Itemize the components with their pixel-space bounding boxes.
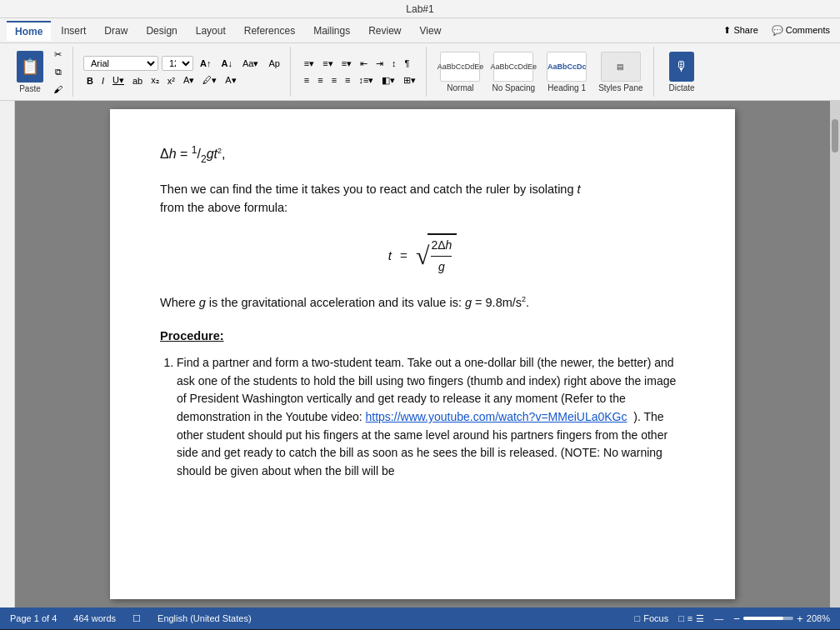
youtube-link[interactable]: https://www.youtube.com/watch?v=MMeiULa0… [366,410,628,423]
style-heading1[interactable]: AaBbCcDc Heading 1 [543,50,590,94]
share-icon: ⬆ [723,25,731,35]
view-controls: □ ≡ ☰ [678,613,704,624]
zoom-controls: − + 208% [733,612,830,625]
tab-draw[interactable]: Draw [96,22,136,40]
bold-button[interactable]: B [83,74,97,88]
font-controls: Arial 12 A↑ A↓ Aa▾ Ap B I U▾ ab x₂ x² [83,56,283,88]
increase-font-button[interactable]: A↑ [197,57,214,70]
comments-icon: 💬 [772,25,783,35]
font-name-select[interactable]: Arial [83,56,158,71]
view-icon-2[interactable]: ≡ [688,613,692,623]
formula-t: t = √ 2Δh g [160,233,685,278]
document-wrapper[interactable]: Δh = 1/2gt2, Then we can find the time i… [15,101,830,608]
separator: — [714,613,723,623]
radicand: 2Δh g [428,233,457,278]
paste-icon: 📋 [17,51,43,82]
style-normal-preview: AaBbCcDdEe [440,52,480,82]
font-size-select[interactable]: 12 [162,56,193,71]
zoom-out-button[interactable]: − [733,612,740,625]
decrease-font-button[interactable]: A↓ [218,57,235,70]
document-page[interactable]: Δh = 1/2gt2, Then we can find the time i… [110,109,735,599]
view-icon-3[interactable]: ☰ [696,613,704,624]
dictate-button[interactable]: 🎙 Dictate [664,50,700,94]
ribbon-content: 📋 Paste ✂ ⧉ 🖌 Arial 12 A↑ [0,43,840,100]
tab-insert[interactable]: Insert [52,22,94,40]
borders-button[interactable]: ⊞▾ [400,73,419,88]
underline-button[interactable]: U▾ [109,73,128,88]
increase-indent-button[interactable]: ⇥ [372,57,387,71]
procedure-item-1: Find a partner and form a two-student te… [177,354,685,481]
cut-button[interactable]: ✂ [51,48,65,62]
paragraph-group: ≡▾ ≡▾ ≡▾ ⇤ ⇥ ↕ ¶ ≡ ≡ ≡ ≡ ↕≡▾ ◧▾ ⊞▾ [294,47,428,97]
multilevel-button[interactable]: ≡▾ [338,57,355,71]
comments-button[interactable]: 💬 Comments [768,23,833,38]
zoom-in-button[interactable]: + [797,612,803,625]
tab-mailings[interactable]: Mailings [305,22,358,40]
tab-review[interactable]: Review [360,22,409,40]
numbering-button[interactable]: ≡▾ [319,57,336,71]
style-no-spacing-preview: AaBbCcDdEe [493,52,533,82]
zoom-slider[interactable] [743,617,793,620]
show-marks-button[interactable]: ¶ [402,57,413,71]
clear-format-button[interactable]: Ap [265,57,282,70]
scrollbar-right[interactable] [830,101,840,608]
focus-button[interactable]: □ Focus [635,613,669,623]
formula-t-equation: t = √ 2Δh g [388,233,458,278]
editor-area: Δh = 1/2gt2, Then we can find the time i… [0,101,840,608]
status-bar: Page 1 of 4 464 words ☐ English (United … [0,608,840,629]
procedure-list: Find a partner and form a two-student te… [160,354,685,481]
text-color-button[interactable]: A▾ [222,73,239,88]
subscript-button[interactable]: x₂ [148,73,162,88]
zoom-level: 208% [807,613,830,623]
paste-group: 📋 Paste ✂ ⧉ 🖌 [7,47,73,97]
language: English (United States) [158,613,252,623]
style-normal[interactable]: AaBbCcDdEe Normal [437,50,483,94]
justify-button[interactable]: ≡ [342,73,353,88]
shading-button[interactable]: ◧▾ [378,73,398,88]
bullets-button[interactable]: ≡▾ [301,57,318,71]
font-color-button[interactable]: A▾ [180,73,198,88]
sqrt-box: √ 2Δh g [416,233,457,278]
style-heading1-preview: AaBbCcDc [547,52,587,82]
where-paragraph: Where g is the gravitational acceleratio… [160,294,685,312]
font-format-row: B I U▾ ab x₂ x² A▾ 🖊▾ A▾ [83,73,283,88]
decrease-indent-button[interactable]: ⇤ [357,57,371,71]
change-case-button[interactable]: Aa▾ [239,57,262,71]
ribbon-tab-bar: Home Insert Draw Design Layout Reference… [0,18,840,43]
align-center-button[interactable]: ≡ [314,73,326,88]
tab-layout[interactable]: Layout [188,22,234,40]
fraction-numerator: 2Δh [431,237,452,257]
format-painter-button[interactable]: 🖌 [50,82,66,96]
highlight-button[interactable]: 🖊▾ [199,73,220,88]
style-no-spacing[interactable]: AaBbCcDdEe No Spacing [488,50,538,94]
ribbon-right-actions: ⬆ Share 💬 Comments [720,23,833,38]
left-ruler [0,101,15,608]
tab-home[interactable]: Home [7,21,51,41]
font-name-row: Arial 12 A↑ A↓ Aa▾ Ap [83,56,283,71]
tab-design[interactable]: Design [138,22,185,40]
styles-pane-button[interactable]: ▤ Styles Pane [595,50,646,94]
align-right-button[interactable]: ≡ [328,73,340,88]
line-spacing-button[interactable]: ↕≡▾ [356,73,378,88]
formula-delta-h: Δh = 1/2gt2, [160,142,685,167]
italic-button[interactable]: I [98,74,108,88]
share-button[interactable]: ⬆ Share [720,23,761,38]
word-count: 464 words [73,613,116,623]
styles-group: AaBbCcDdEe Normal AaBbCcDdEe No Spacing … [430,47,653,97]
status-right: □ Focus □ ≡ ☰ — − + 208% [635,612,830,625]
view-icon-1[interactable]: □ [678,613,684,623]
strikethrough-button[interactable]: ab [129,74,146,88]
tab-references[interactable]: References [236,22,303,40]
superscript-button[interactable]: x² [164,74,178,88]
paste-button[interactable]: 📋 Paste [13,49,47,95]
align-left-button[interactable]: ≡ [301,73,312,88]
dictate-icon: 🎙 [669,52,694,82]
styles-pane-preview: ▤ [601,52,641,82]
sort-button[interactable]: ↕ [388,57,400,71]
fraction-denominator: g [438,257,445,276]
ribbon: Home Insert Draw Design Layout Reference… [0,18,840,101]
scroll-thumb[interactable] [832,119,838,152]
tab-view[interactable]: View [412,22,450,40]
copy-button[interactable]: ⧉ [52,65,65,79]
window-title: Lab#1 [406,3,433,15]
